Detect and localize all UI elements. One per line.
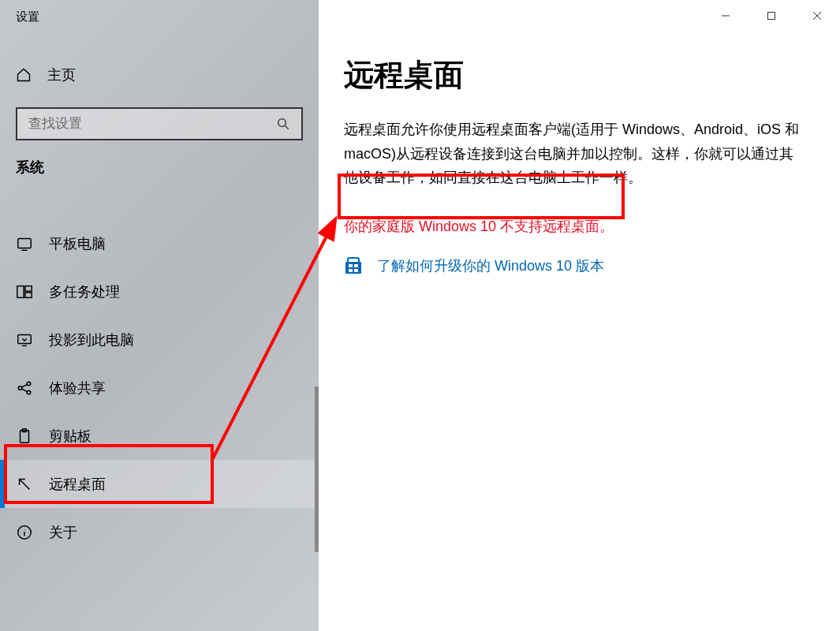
svg-rect-21: [768, 13, 775, 20]
svg-rect-27: [349, 269, 353, 272]
sidebar-item-multitask[interactable]: 多任务处理: [0, 267, 319, 316]
close-button[interactable]: [794, 0, 840, 32]
svg-line-1: [285, 125, 289, 129]
sidebar-item-label: 关于: [49, 523, 77, 542]
svg-rect-25: [349, 264, 353, 267]
svg-rect-2: [18, 238, 32, 248]
search-input[interactable]: [28, 116, 276, 132]
sidebar-item-project[interactable]: 投影到此电脑: [0, 316, 319, 364]
window-controls: [703, 0, 840, 32]
section-label: 系统: [0, 140, 319, 188]
maximize-button[interactable]: [749, 0, 794, 32]
share-icon: [16, 379, 33, 397]
titlebar: 设置: [0, 0, 319, 33]
upgrade-link-row: 了解如何升级你的 Windows 10 版本: [319, 245, 840, 275]
sidebar-item-share[interactable]: 体验共享: [0, 364, 319, 412]
sidebar-item-clipboard[interactable]: 剪贴板: [0, 412, 319, 460]
warning-text: 你的家庭版 Windows 10 不支持远程桌面。: [344, 217, 614, 236]
store-icon: [344, 256, 363, 275]
sidebar-item-label: 剪贴板: [49, 427, 91, 446]
sidebar-item-label: 远程桌面: [49, 475, 106, 494]
sidebar-item-tablet[interactable]: 平板电脑: [0, 219, 319, 267]
search-icon: [276, 117, 290, 131]
minimize-button[interactable]: [703, 0, 749, 32]
svg-rect-5: [25, 286, 32, 290]
sidebar-item-label: 多任务处理: [49, 282, 120, 301]
main-content: 远程桌面 远程桌面允许你使用远程桌面客户端(适用于 Windows、Androi…: [319, 0, 840, 631]
home-label: 主页: [47, 65, 76, 84]
svg-line-16: [20, 479, 30, 489]
svg-line-12: [21, 384, 27, 387]
window-title: 设置: [16, 9, 39, 24]
sidebar-item-label: 体验共享: [49, 379, 106, 398]
sidebar-item-about[interactable]: 关于: [0, 508, 319, 556]
search-box[interactable]: [16, 107, 303, 140]
svg-rect-26: [354, 264, 358, 267]
svg-line-13: [21, 388, 27, 391]
sidebar-item-label: 投影到此电脑: [49, 330, 134, 349]
tablet-icon: [16, 235, 33, 252]
about-icon: [16, 524, 33, 541]
sidebar-item-remote[interactable]: 远程桌面: [0, 460, 319, 508]
sidebar-item-label: 平板电脑: [49, 234, 106, 253]
svg-point-0: [278, 119, 286, 127]
svg-rect-6: [25, 292, 32, 297]
svg-rect-7: [18, 334, 32, 343]
project-icon: [16, 331, 33, 349]
home-icon: [16, 67, 32, 83]
multitask-icon: [16, 283, 33, 301]
upgrade-link[interactable]: 了解如何升级你的 Windows 10 版本: [377, 256, 604, 275]
sidebar: 设置 主页 系统 平板电脑: [0, 0, 319, 631]
clipboard-icon: [16, 428, 33, 445]
description-text: 远程桌面允许你使用远程桌面客户端(适用于 Windows、Android、iOS…: [319, 95, 840, 190]
home-button[interactable]: 主页: [0, 57, 319, 93]
nav-list: 平板电脑 多任务处理 投影到此电脑: [0, 219, 319, 556]
warning-box: 你的家庭版 Windows 10 不支持远程桌面。: [344, 207, 625, 245]
svg-rect-28: [354, 269, 358, 272]
svg-rect-24: [345, 262, 361, 274]
remote-icon: [16, 476, 33, 493]
svg-rect-4: [17, 286, 24, 297]
